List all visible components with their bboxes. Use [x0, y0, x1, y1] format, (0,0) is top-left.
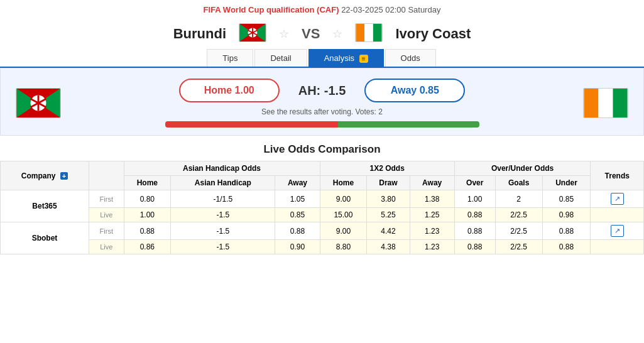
- analysis-badge: ≡: [359, 55, 368, 63]
- x12-away-val: 1.38: [410, 190, 454, 208]
- teams-row: Burundi ☆ VS ☆ Ivory Coast: [0, 17, 644, 49]
- ou-over-val: 1.00: [454, 190, 495, 208]
- away-team-name: Ivory Coast: [395, 26, 471, 42]
- company-name: Bet365: [1, 190, 89, 222]
- header-bar: FIFA World Cup qualification (CAF) 22-03…: [0, 0, 644, 17]
- ah-away-val: 1.05: [275, 190, 320, 208]
- row-type: First: [89, 222, 124, 240]
- competition-name: FIFA World Cup qualification (CAF): [204, 5, 339, 14]
- x12-away-val: 1.23: [410, 222, 454, 240]
- x12-away-header: Away: [410, 176, 454, 190]
- trends-btn-cell[interactable]: ↗: [591, 190, 644, 208]
- ou-under-val: 0.98: [542, 208, 591, 222]
- ou-over-header: Over: [454, 176, 495, 190]
- ou-under-header: Under: [542, 176, 591, 190]
- svg-rect-9: [373, 24, 382, 41]
- col-group-header: Company + Asian Handicap Odds 1X2 Odds O…: [1, 161, 644, 176]
- home-odds-button[interactable]: Home 1.00: [179, 79, 280, 102]
- flag-right: [581, 88, 631, 118]
- match-datetime: 22-03-2025 02:00 Saturday: [341, 5, 440, 14]
- x12-home-val: 9.00: [320, 222, 367, 240]
- vs-label: VS: [302, 26, 320, 42]
- live-odds-section: Live Odds Comparison Company + Asian Han…: [0, 136, 644, 254]
- ou-over-val: 0.88: [454, 208, 495, 222]
- vote-bar: [165, 121, 479, 128]
- flag-left: [13, 88, 63, 118]
- ou-under-val: 0.88: [542, 240, 591, 254]
- svg-rect-19: [613, 89, 628, 117]
- ou-group-header: Over/Under Odds: [454, 161, 591, 176]
- burundi-favorite-star[interactable]: ☆: [279, 27, 289, 41]
- ou-over-val: 0.88: [454, 240, 495, 254]
- x12-home-val: 8.80: [320, 240, 367, 254]
- x12-away-val: 1.23: [410, 240, 454, 254]
- ah-group-header: Asian Handicap Odds: [124, 161, 320, 176]
- ou-goals-val: 2/2.5: [495, 208, 542, 222]
- trends-btn-cell[interactable]: [591, 208, 644, 222]
- ah-label: AH: -1.5: [298, 84, 346, 98]
- svg-rect-8: [365, 24, 374, 41]
- tabs-row: Tips Detail Analysis ≡ Odds: [0, 49, 644, 68]
- ou-goals-val: 2/2.5: [495, 222, 542, 240]
- ah-away-val: 0.90: [275, 240, 320, 254]
- svg-rect-18: [599, 89, 613, 117]
- ivory-coast-flag: [355, 23, 383, 44]
- ah-handicap-header: Asian Handicap: [171, 176, 275, 190]
- ah-away-val: 0.88: [275, 222, 320, 240]
- trends-btn-cell[interactable]: ↗: [591, 222, 644, 240]
- x12-away-val: 1.25: [410, 208, 454, 222]
- row-type: First: [89, 190, 124, 208]
- center-analysis: Home 1.00 AH: -1.5 Away 0.85 See the res…: [63, 79, 581, 128]
- tab-tips[interactable]: Tips: [207, 49, 253, 67]
- ou-goals-val: 2/2.5: [495, 240, 542, 254]
- ah-handicap-val: -1/1.5: [171, 190, 275, 208]
- burundi-flag: [239, 23, 266, 44]
- ah-home-header: Home: [124, 176, 171, 190]
- ah-home-val: 1.00: [124, 208, 171, 222]
- ah-home-val: 0.88: [124, 222, 171, 240]
- trends-button[interactable]: ↗: [611, 193, 624, 205]
- table-row: SbobetFirst0.88-1.50.889.004.421.230.882…: [1, 222, 644, 240]
- live-odds-title: Live Odds Comparison: [0, 143, 644, 156]
- table-row: Live0.86-1.50.908.804.381.230.882/2.50.8…: [1, 240, 644, 254]
- x12-home-val: 15.00: [320, 208, 367, 222]
- ah-handicap-val: -1.5: [171, 222, 275, 240]
- ivory-favorite-star[interactable]: ☆: [332, 27, 342, 41]
- ah-away-val: 0.85: [275, 208, 320, 222]
- company-header: Company +: [1, 161, 89, 190]
- trends-button[interactable]: ↗: [611, 225, 624, 237]
- vote-bar-red: [165, 121, 338, 128]
- x12-draw-val: 3.80: [367, 190, 410, 208]
- empty-header: [89, 161, 124, 190]
- ou-under-val: 0.88: [542, 222, 591, 240]
- trends-btn-cell[interactable]: [591, 240, 644, 254]
- away-odds-button[interactable]: Away 0.85: [364, 79, 465, 102]
- table-row: Live1.00-1.50.8515.005.251.250.882/2.50.…: [1, 208, 644, 222]
- ah-handicap-val: -1.5: [171, 240, 275, 254]
- table-row: Bet365First0.80-1/1.51.059.003.801.381.0…: [1, 190, 644, 208]
- ah-handicap-val: -1.5: [171, 208, 275, 222]
- ou-goals-val: 2: [495, 190, 542, 208]
- live-odds-table: Company + Asian Handicap Odds 1X2 Odds O…: [0, 161, 644, 254]
- ou-goals-header: Goals: [495, 176, 542, 190]
- votes-text: See the results after voting. Votes: 2: [261, 107, 383, 116]
- svg-rect-7: [356, 24, 365, 41]
- x12-home-val: 9.00: [320, 190, 367, 208]
- x12-draw-val: 5.25: [367, 208, 410, 222]
- home-team-name: Burundi: [173, 26, 226, 42]
- ah-home-val: 0.86: [124, 240, 171, 254]
- ou-under-val: 0.85: [542, 190, 591, 208]
- tab-odds[interactable]: Odds: [385, 49, 436, 67]
- tab-analysis[interactable]: Analysis ≡: [308, 49, 384, 67]
- row-type: Live: [89, 208, 124, 222]
- svg-rect-17: [584, 89, 599, 117]
- trends-header: Trends: [591, 161, 644, 190]
- tab-detail[interactable]: Detail: [254, 49, 307, 67]
- ah-away-header: Away: [275, 176, 320, 190]
- vote-bar-green: [338, 121, 479, 128]
- x12-draw-val: 4.42: [367, 222, 410, 240]
- x12-group-header: 1X2 Odds: [320, 161, 454, 176]
- company-plus-btn[interactable]: +: [60, 172, 68, 180]
- odds-row: Home 1.00 AH: -1.5 Away 0.85: [179, 79, 466, 102]
- ou-over-val: 0.88: [454, 222, 495, 240]
